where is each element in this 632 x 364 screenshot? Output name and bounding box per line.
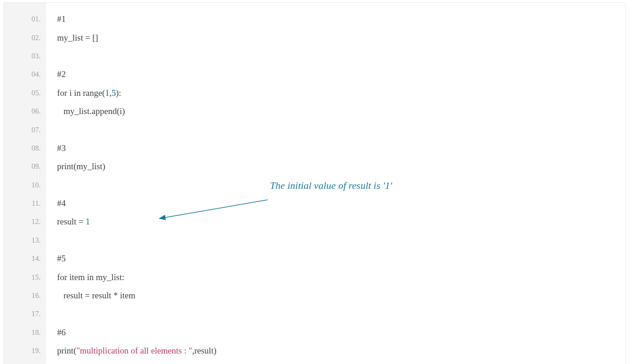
line-number-text: 01. — [32, 15, 41, 23]
line-number-text: 11. — [32, 199, 41, 208]
line-number: 14. — [4, 250, 46, 268]
line-number-text: 17. — [32, 310, 41, 318]
code-line-content: #3 — [57, 143, 66, 153]
line-number-text: 10. — [32, 181, 41, 189]
code-line-content: #4 — [57, 198, 66, 208]
line-number-text: 08. — [32, 144, 41, 152]
line-number: 01. — [4, 10, 46, 28]
line-number-text: 16. — [32, 291, 41, 300]
line-number-text: 05. — [32, 89, 41, 97]
token-plain: ): — [116, 88, 121, 98]
line-number-text: 15. — [32, 273, 41, 281]
code-area: #1my_list = []#2for i in range(1,5):my_l… — [46, 3, 625, 364]
token-plain: result = — [57, 217, 85, 226]
code-line — [57, 231, 625, 250]
token-plain: #1 — [57, 14, 66, 24]
code-line: my_list = [] — [57, 28, 625, 47]
line-number: 07. — [4, 120, 46, 139]
token-plain: print( — [57, 346, 76, 355]
line-number: 10. — [4, 176, 46, 194]
code-line-content: #5 — [57, 254, 66, 264]
line-number: 03. — [4, 47, 46, 65]
code-line-content: #6 — [57, 328, 66, 338]
code-line-content: print(my_list) — [57, 161, 105, 172]
token-plain: ,result) — [192, 346, 216, 355]
line-number-text: 07. — [32, 126, 41, 134]
code-line — [57, 120, 625, 139]
code-line-content: #2 — [57, 69, 66, 79]
line-number: 15. — [4, 268, 46, 286]
code-line-content: #1 — [57, 14, 66, 24]
line-number: 09. — [4, 157, 46, 176]
token-plain: #6 — [57, 328, 66, 337]
line-number: 08. — [4, 139, 46, 157]
code-line: #5 — [57, 250, 625, 268]
token-num: 1 — [85, 217, 90, 226]
code-line: my_list.append(i) — [57, 102, 625, 120]
code-line-content: for item in my_list: — [57, 272, 124, 282]
line-number-text: 06. — [32, 107, 41, 115]
code-line: #6 — [57, 323, 625, 342]
code-line-content: print("multiplication of all elements : … — [57, 346, 216, 356]
token-plain: result = result * item — [63, 291, 135, 300]
line-number: 16. — [4, 286, 46, 305]
line-number-gutter: 01.02.03.04.05.06.07.08.09.10.11.12.13.1… — [4, 3, 46, 364]
code-line: #2 — [57, 65, 625, 83]
code-line: print("multiplication of all elements : … — [57, 342, 625, 360]
token-plain: my_list = [] — [57, 33, 98, 42]
line-number: 11. — [4, 194, 46, 213]
code-block: 01.02.03.04.05.06.07.08.09.10.11.12.13.1… — [4, 2, 626, 364]
code-line: result = result * item — [57, 286, 625, 305]
token-num: 5 — [111, 88, 116, 98]
line-number: 02. — [4, 28, 46, 47]
line-number: 19. — [4, 342, 46, 360]
line-number-text: 19. — [32, 347, 41, 355]
token-plain: #5 — [57, 254, 66, 263]
line-number: 13. — [4, 231, 46, 250]
line-number-text: 09. — [32, 162, 41, 171]
token-plain: for i in range( — [57, 88, 105, 98]
code-line: for item in my_list: — [57, 268, 625, 286]
line-number-text: 13. — [32, 236, 41, 244]
code-line: #3 — [57, 139, 625, 157]
code-line — [57, 305, 625, 323]
line-number-text: 03. — [32, 52, 41, 60]
line-number-text: 04. — [32, 70, 41, 78]
code-line: #1 — [57, 10, 625, 28]
line-number-text: 12. — [32, 218, 41, 226]
line-number: 05. — [4, 84, 46, 102]
line-number: 17. — [4, 305, 46, 323]
token-plain: print(my_list) — [57, 161, 105, 171]
code-line: print(my_list) — [57, 157, 625, 176]
line-number: 04. — [4, 65, 46, 83]
code-line — [57, 47, 625, 65]
code-line-content: result = result * item — [57, 291, 135, 301]
token-plain: my_list.append(i) — [63, 106, 125, 116]
code-line-content: my_list.append(i) — [57, 106, 125, 116]
line-number-text: 02. — [32, 34, 41, 42]
line-number: 06. — [4, 102, 46, 120]
line-number: 18. — [4, 323, 46, 342]
token-plain: #2 — [57, 69, 66, 79]
code-line: result = 1 — [57, 213, 625, 231]
code-line — [57, 176, 625, 194]
token-plain: #3 — [57, 143, 66, 153]
line-number-text: 18. — [32, 328, 41, 337]
code-line-content: for i in range(1,5): — [57, 88, 121, 98]
code-line: for i in range(1,5): — [57, 84, 625, 102]
token-str: "multiplication of all elements : " — [76, 346, 192, 355]
code-line-content: result = 1 — [57, 217, 90, 227]
line-number: 12. — [4, 213, 46, 231]
code-line-content: my_list = [] — [57, 33, 98, 43]
line-number-text: 14. — [32, 255, 41, 263]
token-plain: #4 — [57, 198, 66, 208]
code-line: #4 — [57, 194, 625, 213]
token-plain: for item in my_list: — [57, 272, 124, 282]
